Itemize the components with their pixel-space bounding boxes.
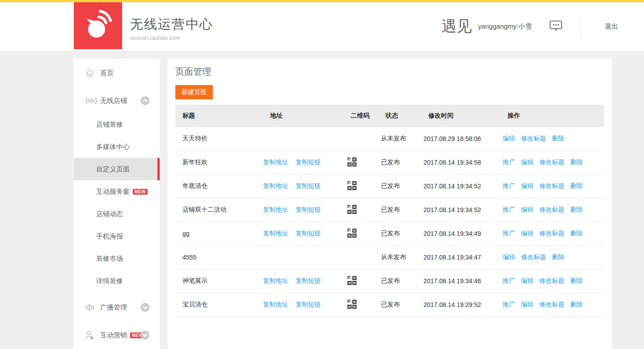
action-link[interactable]: 修改标题: [539, 277, 564, 284]
status-text: 已发布: [381, 206, 400, 213]
action-link[interactable]: 编辑: [521, 182, 534, 189]
chevron-up-icon[interactable]: [140, 96, 150, 106]
action-link[interactable]: 推广: [503, 182, 515, 189]
row-actions: 编辑修改标题删除: [500, 253, 604, 261]
qr-code-icon[interactable]: [347, 204, 357, 214]
action-link[interactable]: 推广: [503, 301, 515, 308]
status-text: 已发布: [381, 230, 400, 237]
row-title: 天天特价: [182, 135, 208, 142]
action-link[interactable]: 推广: [503, 230, 515, 237]
action-link[interactable]: 编辑: [521, 230, 534, 237]
copy-shortlink-link[interactable]: 复制短链: [296, 158, 321, 166]
col-header-status: 状态: [378, 112, 421, 120]
action-link[interactable]: 修改标题: [539, 182, 564, 189]
qr-code-icon[interactable]: [347, 299, 357, 309]
chat-bubble-icon: [549, 19, 563, 34]
sidebar-item-2[interactable]: 店铺装修: [74, 113, 160, 136]
copy-address-link[interactable]: 复制地址: [263, 301, 288, 308]
table-row: gg 复制地址 复制短链 已发布 2017.08.14 19:34:49: [175, 222, 604, 246]
table-body: 天天特价 从未发布 2017.08.29 18:58:06 编辑修改标题删除 新…: [175, 127, 604, 317]
row-actions: 推广编辑修改标题删除: [500, 206, 604, 214]
action-link[interactable]: 删除: [570, 230, 583, 237]
row-title: gg: [182, 230, 190, 237]
action-link[interactable]: 编辑: [521, 158, 534, 166]
action-link[interactable]: 编辑: [521, 277, 534, 284]
app-logo[interactable]: [74, 2, 122, 49]
new-page-button[interactable]: 新建页面: [175, 85, 213, 99]
action-link[interactable]: 推广: [503, 158, 515, 166]
app-header: 无线运营中心 wuxian.taobao.com 遇见 yanggangmy:小…: [0, 2, 644, 51]
sidebar-item-8[interactable]: 装修市场: [74, 247, 160, 270]
action-link[interactable]: 修改标题: [539, 206, 564, 213]
sidebar-item-3[interactable]: 多媒体中心: [74, 136, 160, 158]
copy-address-link[interactable]: 复制地址: [263, 230, 288, 237]
logout-button[interactable]: 退出: [581, 22, 644, 31]
sidebar-item-label: 店铺动态: [96, 210, 123, 218]
col-header-title: 标题: [175, 112, 263, 120]
row-title: 新年狂欢: [182, 158, 208, 166]
action-link[interactable]: 推广: [503, 206, 515, 213]
sidebar-item-11[interactable]: 互动营销NEW: [74, 323, 160, 348]
sidebar-item-label: 装修市场: [96, 255, 123, 263]
action-link[interactable]: 编辑: [521, 301, 534, 308]
status-text: 从未发布: [381, 253, 406, 260]
modified-time: 2017.08.14 19:34:52: [424, 206, 481, 213]
sidebar-item-label: 店铺装修: [96, 120, 123, 129]
sidebar-item-5[interactable]: 互动服务窗NEW: [74, 180, 160, 203]
qr-code-icon[interactable]: [347, 157, 357, 167]
status-text: 已发布: [381, 158, 400, 166]
action-link[interactable]: 删除: [552, 135, 564, 142]
sidebar-item-label: 互动营销: [100, 331, 127, 340]
action-link[interactable]: 删除: [570, 158, 583, 166]
copy-shortlink-link[interactable]: 复制短链: [296, 230, 321, 237]
qr-code-icon[interactable]: [347, 228, 357, 238]
sidebar-item-label: 首页: [100, 69, 114, 77]
row-actions: 推广编辑修改标题删除: [500, 182, 604, 190]
copy-address-link[interactable]: 复制地址: [263, 277, 288, 284]
sidebar-item-9[interactable]: 详情装修: [74, 270, 160, 292]
sidebar-item-0[interactable]: 首页: [74, 60, 160, 85]
modified-time: 2017.08.29 18:58:06: [424, 135, 481, 142]
row-actions: 编辑修改标题删除: [500, 135, 604, 143]
action-link[interactable]: 编辑: [521, 206, 534, 213]
action-link[interactable]: 编辑: [503, 253, 515, 260]
row-actions: 推广编辑修改标题删除: [500, 301, 604, 309]
copy-shortlink-link[interactable]: 复制短链: [296, 301, 321, 308]
copy-address-link[interactable]: 复制地址: [263, 158, 288, 166]
action-link[interactable]: 修改标题: [521, 135, 546, 142]
copy-shortlink-link[interactable]: 复制短链: [296, 182, 321, 189]
chevron-down-icon[interactable]: [140, 303, 150, 312]
action-link[interactable]: 删除: [552, 253, 564, 260]
messages-button[interactable]: [549, 19, 563, 34]
brand-block: 无线运营中心 wuxian.taobao.com: [130, 16, 213, 41]
action-link[interactable]: 编辑: [503, 135, 515, 142]
copy-address-link[interactable]: 复制地址: [263, 182, 288, 189]
speech-bubble-wifi-icon: [82, 9, 114, 43]
action-link[interactable]: 修改标题: [539, 230, 564, 237]
sidebar-item-4[interactable]: 自定义页面: [74, 158, 160, 180]
copy-shortlink-link[interactable]: 复制短链: [296, 206, 321, 213]
qr-code-icon[interactable]: [347, 181, 357, 191]
qr-code-icon[interactable]: [347, 276, 357, 285]
sidebar-item-7[interactable]: 手机海报: [74, 225, 160, 247]
table-row: 店铺双十二活动 复制地址 复制短链 已发布 2017.08.14 19:34:5: [175, 198, 604, 222]
action-link[interactable]: 修改标题: [539, 301, 564, 308]
action-link[interactable]: 推广: [503, 277, 515, 284]
sidebar-item-10[interactable]: 广播管理: [74, 295, 160, 320]
row-title: 神笔展示: [182, 277, 208, 284]
action-link[interactable]: 删除: [570, 277, 583, 284]
brand-subtitle: wuxian.taobao.com: [130, 34, 213, 41]
action-link[interactable]: 删除: [570, 182, 583, 189]
chevron-down-icon[interactable]: [140, 331, 150, 340]
table-row: 神笔展示 复制地址 复制短链 已发布 2017.08.14 19:34:46: [175, 269, 604, 293]
action-link[interactable]: 删除: [570, 206, 583, 213]
col-header-address: 地址: [263, 112, 343, 120]
action-link[interactable]: 修改标题: [539, 158, 564, 166]
sidebar-item-1[interactable]: 无线店铺: [74, 88, 160, 113]
row-actions: 推广编辑修改标题删除: [500, 158, 604, 166]
action-link[interactable]: 删除: [570, 301, 583, 308]
action-link[interactable]: 修改标题: [521, 253, 546, 260]
sidebar-item-6[interactable]: 店铺动态: [74, 203, 160, 225]
copy-shortlink-link[interactable]: 复制短链: [296, 277, 321, 284]
copy-address-link[interactable]: 复制地址: [263, 206, 288, 213]
